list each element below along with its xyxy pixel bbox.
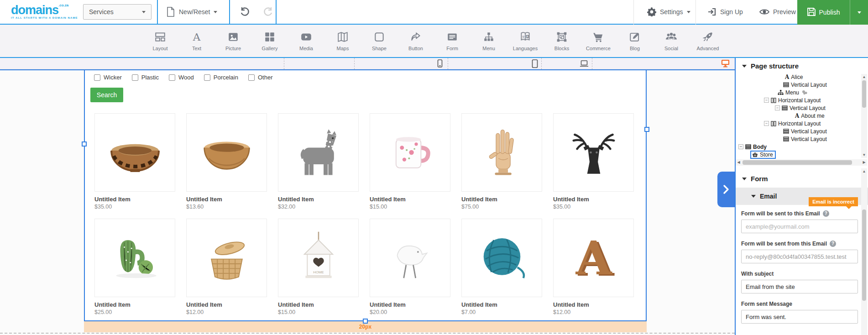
scroll-right-icon[interactable]: ▶ xyxy=(861,159,867,166)
selection-handle-bottom[interactable] xyxy=(363,319,368,324)
domains-logo[interactable]: domains.co.za IT ALL STARTS WITH A DOMAI… xyxy=(11,3,78,19)
checkbox-wood[interactable]: Wood xyxy=(169,74,194,81)
scroll-thumb[interactable] xyxy=(743,160,852,165)
tree-item-about-me[interactable]: A About me xyxy=(736,112,868,120)
tool-social[interactable]: Social xyxy=(659,31,684,51)
tool-blog[interactable]: Blog xyxy=(622,31,648,51)
tree-item-body[interactable]: − Body xyxy=(736,143,868,151)
selection-handle-left[interactable] xyxy=(82,141,87,147)
product-title: Untitled Item xyxy=(370,301,450,308)
monitor-icon[interactable] xyxy=(721,59,730,69)
selection-handle-right[interactable] xyxy=(644,127,649,132)
redo-icon xyxy=(263,6,274,17)
tool-button[interactable]: Button xyxy=(403,31,429,51)
tree-vertical-scrollbar[interactable]: ▲ ▼ xyxy=(861,74,867,158)
tree-item-vertical-layout[interactable]: Vertical Layout xyxy=(736,81,868,89)
checkbox-icon[interactable] xyxy=(169,74,175,81)
publish-button[interactable]: Publish xyxy=(797,0,868,25)
tool-gallery[interactable]: Gallery xyxy=(257,31,282,51)
tree-item-horizontal-layout[interactable]: − Horizontal Layout xyxy=(736,96,868,104)
collapse-box-icon[interactable]: − xyxy=(738,144,743,149)
tool-maps[interactable]: Maps xyxy=(330,31,356,51)
tree-item-vertical-layout[interactable]: Vertical Layout xyxy=(736,135,868,143)
sent-message-input[interactable] xyxy=(741,310,858,324)
tool-media[interactable]: Media xyxy=(293,31,319,51)
checkbox-plastic[interactable]: Plastic xyxy=(132,74,159,81)
collapse-box-icon[interactable]: − xyxy=(775,105,780,110)
selected-tree-node[interactable]: Store xyxy=(750,151,776,159)
help-icon[interactable]: ? xyxy=(830,241,836,247)
panel-vertical-scrollbar[interactable]: ▲ xyxy=(861,168,867,335)
product-card[interactable]: AA Untitled Item $12.00 xyxy=(553,219,634,315)
search-button[interactable]: Search xyxy=(90,88,123,102)
product-card[interactable]: Untitled Item $7.00 xyxy=(461,219,542,315)
signup-button[interactable]: Sign Up xyxy=(702,0,748,24)
product-card[interactable]: Untitled Item $13.60 xyxy=(186,113,267,210)
tool-layout[interactable]: Layout xyxy=(147,31,173,51)
page-structure-header[interactable]: Page structure xyxy=(736,58,868,73)
phone-icon[interactable] xyxy=(532,59,538,70)
scroll-left-icon[interactable]: ◀ xyxy=(736,159,742,166)
scroll-up-icon[interactable]: ▲ xyxy=(861,74,867,80)
languages-icon: A文 xyxy=(519,31,531,43)
product-card[interactable]: Untitled Item $32.00 xyxy=(278,113,359,210)
help-icon[interactable]: ? xyxy=(823,210,829,217)
undo-button[interactable] xyxy=(234,0,256,24)
product-card[interactable]: Untitled Item $35.00 xyxy=(553,113,634,210)
send-to-email-input[interactable] xyxy=(741,220,858,233)
checkbox-icon[interactable] xyxy=(94,74,100,81)
checkbox-wicker[interactable]: Wicker xyxy=(94,74,122,81)
checkbox-porcelain[interactable]: Porcelain xyxy=(204,74,238,81)
tool-shape[interactable]: Shape xyxy=(366,31,392,51)
checkbox-icon[interactable] xyxy=(132,74,138,81)
phone-small-icon[interactable] xyxy=(437,59,443,69)
scroll-down-icon[interactable]: ▼ xyxy=(861,152,867,158)
tool-form[interactable]: Form xyxy=(439,31,465,51)
ruler-guide xyxy=(448,58,448,69)
send-from-email-input[interactable] xyxy=(741,250,858,263)
product-card[interactable]: Untitled Item $35.00 xyxy=(94,113,175,210)
tool-text[interactable]: A Text xyxy=(184,31,209,51)
publish-dropdown[interactable] xyxy=(850,0,868,25)
tool-blocks[interactable]: Blocks xyxy=(549,31,575,51)
tree-item-alice[interactable]: A Alice xyxy=(736,73,868,81)
checkbox-other[interactable]: Other xyxy=(248,74,273,81)
collapse-box-icon[interactable]: − xyxy=(764,121,769,126)
scroll-up-icon[interactable]: ▲ xyxy=(861,168,867,174)
tool-advanced[interactable]: Advanced xyxy=(695,31,721,51)
product-card[interactable]: Untitled Item $20.00 xyxy=(370,219,450,315)
product-card[interactable]: Untitled Item $12.00 xyxy=(186,219,267,315)
gear-icon xyxy=(647,7,656,16)
checkbox-icon[interactable] xyxy=(248,74,255,81)
subject-input[interactable] xyxy=(741,280,858,293)
scroll-thumb[interactable] xyxy=(862,80,866,108)
tree-item-horizontal-layout[interactable]: − Horizontal Layout xyxy=(736,120,868,127)
chevron-down-icon xyxy=(214,11,217,13)
product-card[interactable]: Untitled Item $75.00 xyxy=(461,113,542,210)
vertical-layout-icon xyxy=(783,129,789,134)
form-section-header[interactable]: Form xyxy=(736,171,868,186)
product-title: Untitled Item xyxy=(278,301,359,308)
scroll-thumb[interactable] xyxy=(862,209,866,301)
tool-languages[interactable]: A文 Languages xyxy=(512,31,538,51)
collapse-box-icon[interactable]: − xyxy=(764,98,769,103)
tool-commerce[interactable]: Commerce xyxy=(586,31,611,51)
tree-horizontal-scrollbar[interactable]: ◀ ▶ xyxy=(736,159,867,166)
tool-menu[interactable]: Menu xyxy=(476,31,502,51)
services-dropdown[interactable]: Services xyxy=(83,4,152,20)
store-block[interactable]: Wicker Plastic Wood Porcelain Other Sear… xyxy=(84,70,647,320)
product-card[interactable]: HOME Untitled Item $15.00 xyxy=(278,219,359,315)
laptop-icon[interactable] xyxy=(580,60,589,69)
tool-picture[interactable]: Picture xyxy=(220,31,246,51)
preview-button[interactable]: Preview xyxy=(754,0,801,24)
product-card[interactable]: Untitled Item $15.00 xyxy=(370,113,450,210)
tree-item-vertical-layout[interactable]: − Vertical Layout xyxy=(736,104,868,112)
product-card[interactable]: Untitled Item $25.00 xyxy=(94,219,175,315)
checkbox-icon[interactable] xyxy=(204,74,210,81)
panel-collapse-tab[interactable] xyxy=(717,172,735,207)
tree-item-store[interactable]: Store xyxy=(736,151,868,158)
new-reset-button[interactable]: New/Reset xyxy=(161,0,223,24)
tree-item-menu[interactable]: Menu xyxy=(736,89,868,96)
settings-button[interactable]: Settings xyxy=(642,0,696,24)
tree-item-vertical-layout[interactable]: Vertical Layout xyxy=(736,127,868,135)
